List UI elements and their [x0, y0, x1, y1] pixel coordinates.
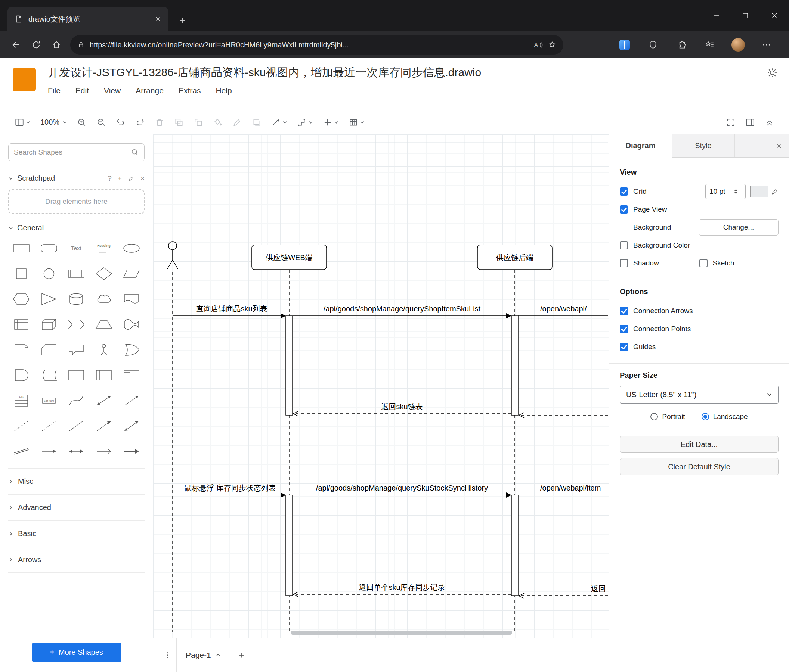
shape-process[interactable]	[64, 264, 89, 284]
page-tab[interactable]: Page-1	[176, 638, 230, 672]
sidebar-section-advanced[interactable]: Advanced	[8, 494, 145, 521]
shape-or[interactable]	[118, 340, 145, 360]
browser-tab[interactable]: drawio文件预览	[8, 7, 168, 31]
to-front-button[interactable]	[169, 110, 188, 134]
profile-avatar[interactable]	[728, 35, 749, 54]
page-view-checkbox[interactable]	[620, 205, 628, 213]
edit-data-button[interactable]: Edit Data...	[620, 436, 779, 453]
lock-icon[interactable]	[77, 41, 85, 49]
portrait-option[interactable]: Portrait	[650, 412, 685, 421]
message-api-query-shop-item-sku-list[interactable]: /api/goods/shopManage/queryShopItemSkuLi…	[292, 305, 511, 318]
paper-size-select[interactable]: US-Letter (8,5" x 11")	[620, 385, 779, 404]
sidebar-section-general[interactable]: General	[8, 214, 145, 238]
shape-step[interactable]	[64, 314, 89, 334]
scratchpad-edit-pencil-icon[interactable]	[128, 175, 134, 182]
shape-list[interactable]: List	[8, 390, 34, 411]
theme-toggle-sun-icon[interactable]	[767, 67, 778, 78]
line-color-button[interactable]	[227, 110, 247, 134]
browser-menu-icon[interactable]	[756, 35, 777, 54]
connection-points-checkbox[interactable]	[620, 325, 628, 333]
address-bar[interactable]: https://file.kkview.cn/onlinePreview?url…	[70, 35, 563, 54]
shape-parallelogram[interactable]	[118, 264, 145, 284]
message-query-sku-list[interactable]: 查询店铺商品sku列表	[172, 305, 286, 318]
read-aloud-icon[interactable]: A	[533, 40, 543, 49]
portrait-radio[interactable]	[650, 413, 658, 420]
split-screen-icon[interactable]	[614, 35, 635, 54]
menu-edit[interactable]: Edit	[75, 86, 89, 95]
view-layout-button[interactable]	[10, 110, 35, 134]
undo-button[interactable]	[111, 110, 130, 134]
spinner-icon[interactable]	[733, 188, 739, 195]
scratchpad-close-icon[interactable]: ×	[141, 174, 145, 183]
shape-trapezoid[interactable]	[91, 314, 117, 334]
delete-button[interactable]	[150, 110, 169, 134]
shape-hexagon[interactable]	[8, 289, 34, 309]
shape-search-box[interactable]	[8, 143, 145, 161]
shape-open-arrow[interactable]	[91, 441, 117, 462]
fill-color-button[interactable]	[208, 110, 227, 134]
shape-container[interactable]	[64, 365, 89, 385]
scratchpad-add-icon[interactable]: +	[118, 174, 122, 183]
menu-view[interactable]: View	[104, 86, 121, 95]
shape-actor[interactable]	[91, 340, 117, 360]
scratchpad-help-icon[interactable]: ?	[108, 174, 112, 183]
return-to-backend-2[interactable]: 返回	[519, 584, 608, 599]
shadow-checkbox[interactable]	[620, 259, 628, 267]
shape-cylinder[interactable]	[64, 289, 89, 309]
shape-triangle[interactable]	[36, 289, 62, 309]
menu-extras[interactable]: Extras	[179, 86, 201, 95]
shape-internal-storage[interactable]	[8, 314, 34, 334]
collapse-toolbar-button[interactable]	[760, 118, 779, 127]
menu-arrange[interactable]: Arrange	[136, 86, 164, 95]
return-sku-list[interactable]: 返回sku链表	[293, 403, 511, 416]
shape-ellipse[interactable]	[118, 238, 145, 258]
scratchpad-header[interactable]: Scratchpad ? + ×	[8, 174, 145, 183]
sidebar-section-arrows[interactable]: Arrows	[8, 546, 145, 573]
tab-close-icon[interactable]	[155, 16, 161, 22]
tab-diagram[interactable]: Diagram	[609, 134, 672, 158]
landscape-option[interactable]: Landscape	[701, 412, 748, 421]
format-panel-toggle-button[interactable]	[740, 118, 760, 127]
shape-heading[interactable]: Heading	[91, 238, 117, 258]
return-single-sku-sync-record[interactable]: 返回单个sku库存同步记录	[293, 583, 511, 597]
sidebar-section-basic[interactable]: Basic	[8, 521, 145, 546]
drawing-canvas[interactable]: 供应链WEB端 供应链后端 查询店铺商品sku列表	[153, 134, 609, 638]
shape-note[interactable]	[8, 340, 34, 360]
shadow-button[interactable]	[247, 110, 266, 134]
shape-card[interactable]	[36, 340, 62, 360]
shape-and[interactable]	[8, 365, 34, 385]
scratchpad-dropzone[interactable]: Drag elements here	[8, 189, 145, 214]
home-button[interactable]	[46, 35, 67, 54]
panel-close-icon[interactable]	[776, 134, 782, 157]
table-button[interactable]	[344, 110, 369, 134]
background-color-checkbox[interactable]	[620, 241, 628, 249]
shape-text[interactable]: Text	[64, 238, 89, 258]
url-text[interactable]: https://file.kkview.cn/onlinePreview?url…	[89, 41, 529, 49]
shape-link[interactable]	[8, 441, 34, 462]
shape-bidirectional-connector[interactable]	[118, 416, 145, 436]
back-button[interactable]	[6, 35, 26, 54]
message-hover-stock-sync[interactable]: 鼠标悬浮 库存同步状态列表	[172, 484, 286, 498]
shape-diamond[interactable]	[91, 264, 117, 284]
close-window-button[interactable]	[760, 0, 789, 31]
refresh-button[interactable]	[26, 35, 46, 54]
shape-curve[interactable]	[64, 390, 89, 411]
shape-arrow[interactable]	[118, 390, 145, 411]
shape-data-storage[interactable]	[36, 365, 62, 385]
add-page-button[interactable]	[238, 651, 246, 659]
actor-figure[interactable]	[166, 242, 180, 269]
grid-checkbox[interactable]	[620, 188, 628, 196]
menu-file[interactable]: File	[48, 86, 61, 95]
shape-horizontal-double-arrow[interactable]	[64, 441, 89, 462]
shape-dotted-line[interactable]	[36, 416, 62, 436]
clear-default-style-button[interactable]: Clear Default Style	[620, 458, 779, 475]
sketch-checkbox[interactable]	[700, 259, 708, 267]
new-tab-button[interactable]	[178, 16, 187, 25]
shape-callout[interactable]	[64, 340, 89, 360]
change-background-button[interactable]: Change...	[699, 219, 779, 236]
connection-arrows-checkbox[interactable]	[620, 307, 628, 315]
extensions-puzzle-icon[interactable]	[671, 35, 692, 54]
shape-rectangle[interactable]	[8, 238, 34, 258]
grid-size-field[interactable]	[705, 184, 746, 199]
to-back-button[interactable]	[188, 110, 208, 134]
